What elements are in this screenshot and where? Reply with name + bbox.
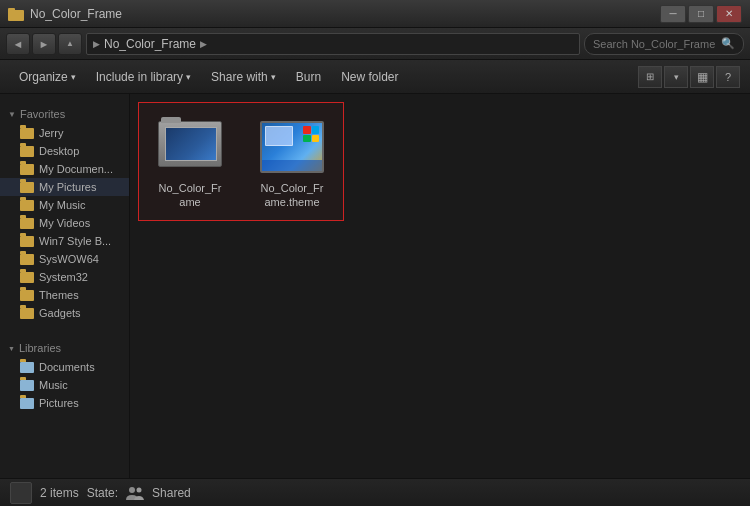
forward-button[interactable]: ► <box>32 33 56 55</box>
sidebar-item-label: My Videos <box>39 217 90 229</box>
file-area: No_Color_Frame <box>130 94 750 478</box>
videos-folder-icon <box>20 218 34 229</box>
statusbar: 2 items State: Shared <box>0 478 750 506</box>
svg-rect-1 <box>8 8 15 12</box>
main-content: ▼ Favorites Jerry Desktop My Documen... … <box>0 94 750 478</box>
burn-label: Burn <box>296 70 321 84</box>
sidebar-item-label: My Music <box>39 199 85 211</box>
nav-buttons: ◄ ► ▲ <box>6 33 82 55</box>
help-button[interactable]: ? <box>716 66 740 88</box>
share-arrow-icon: ▾ <box>271 72 276 82</box>
sidebar-item-label: Gadgets <box>39 307 81 319</box>
sidebar-item-label: My Documen... <box>39 163 113 175</box>
file-item-folder[interactable]: No_Color_Frame <box>145 109 235 214</box>
favorites-section: ▼ Favorites Jerry Desktop My Documen... … <box>0 100 129 326</box>
share-with-label: Share with <box>211 70 268 84</box>
sidebar: ▼ Favorites Jerry Desktop My Documen... … <box>0 94 130 478</box>
folder-file-icon <box>158 113 222 177</box>
view-details-button[interactable]: ⊞ <box>638 66 662 88</box>
sidebar-item-system32[interactable]: System32 <box>0 268 129 286</box>
window-controls: ─ □ ✕ <box>660 5 742 23</box>
address-arrow: ▶ <box>93 39 100 49</box>
sidebar-item-label: Pictures <box>39 397 79 409</box>
search-box[interactable]: 🔍 <box>584 33 744 55</box>
favorites-arrow-icon: ▼ <box>8 110 16 119</box>
libraries-label: Libraries <box>19 342 61 354</box>
jerry-folder-icon <box>20 128 34 139</box>
gadgets-folder-icon <box>20 308 34 319</box>
sidebar-item-label: Win7 Style B... <box>39 235 111 247</box>
sidebar-item-pictures-lib[interactable]: Pictures <box>0 394 129 412</box>
address-path: No_Color_Frame <box>104 37 196 51</box>
sidebar-item-my-documents[interactable]: My Documen... <box>0 160 129 178</box>
theme-file-icon <box>260 113 324 177</box>
sidebar-item-my-music[interactable]: My Music <box>0 196 129 214</box>
share-with-button[interactable]: Share with ▾ <box>202 64 285 90</box>
new-folder-button[interactable]: New folder <box>332 64 407 90</box>
search-input[interactable] <box>593 38 717 50</box>
desktop-folder-icon <box>20 146 34 157</box>
sidebar-item-label: Themes <box>39 289 79 301</box>
toolbar: Organize ▾ Include in library ▾ Share wi… <box>0 60 750 94</box>
address-box[interactable]: ▶ No_Color_Frame ▶ <box>86 33 580 55</box>
sidebar-item-documents[interactable]: Documents <box>0 358 129 376</box>
sidebar-item-label: Documents <box>39 361 95 373</box>
maximize-button[interactable]: □ <box>688 5 714 23</box>
sidebar-item-my-pictures[interactable]: My Pictures <box>0 178 129 196</box>
status-thumbnail <box>10 482 32 504</box>
view-tiles-button[interactable]: ▦ <box>690 66 714 88</box>
view-dropdown-button[interactable]: ▾ <box>664 66 688 88</box>
address-end-arrow: ▶ <box>200 39 207 49</box>
burn-button[interactable]: Burn <box>287 64 330 90</box>
lib-documents-icon <box>20 362 34 373</box>
up-button[interactable]: ▲ <box>58 33 82 55</box>
status-item-count: 2 items <box>40 486 79 500</box>
sidebar-item-music[interactable]: Music <box>0 376 129 394</box>
win7-folder-icon <box>20 236 34 247</box>
titlebar: No_Color_Frame ─ □ ✕ <box>0 0 750 28</box>
file-label-folder: No_Color_Frame <box>159 181 222 210</box>
sidebar-item-label: Desktop <box>39 145 79 157</box>
shared-icon <box>126 486 144 500</box>
search-icon: 🔍 <box>721 37 735 50</box>
back-button[interactable]: ◄ <box>6 33 30 55</box>
new-folder-label: New folder <box>341 70 398 84</box>
libraries-arrow-icon: ▼ <box>8 345 15 352</box>
sidebar-item-win7-style[interactable]: Win7 Style B... <box>0 232 129 250</box>
libraries-section: ▼ Libraries Documents Music Pictures <box>0 334 129 416</box>
sidebar-item-gadgets[interactable]: Gadgets <box>0 304 129 322</box>
organize-button[interactable]: Organize ▾ <box>10 64 85 90</box>
documents-folder-icon <box>20 164 34 175</box>
favorites-label: Favorites <box>20 108 65 120</box>
file-label-theme: No_Color_Frame.theme <box>261 181 324 210</box>
include-library-arrow-icon: ▾ <box>186 72 191 82</box>
titlebar-left: No_Color_Frame <box>8 7 122 21</box>
file-item-theme[interactable]: No_Color_Frame.theme <box>247 109 337 214</box>
sidebar-item-label: System32 <box>39 271 88 283</box>
addressbar: ◄ ► ▲ ▶ No_Color_Frame ▶ 🔍 <box>0 28 750 60</box>
include-library-label: Include in library <box>96 70 183 84</box>
sidebar-item-label: My Pictures <box>39 181 96 193</box>
sidebar-item-label: Jerry <box>39 127 63 139</box>
sidebar-item-themes[interactable]: Themes <box>0 286 129 304</box>
sidebar-item-syswow64[interactable]: SysWOW64 <box>0 250 129 268</box>
sidebar-item-label: SysWOW64 <box>39 253 99 265</box>
sidebar-item-desktop[interactable]: Desktop <box>0 142 129 160</box>
folder-icon <box>8 7 24 21</box>
close-button[interactable]: ✕ <box>716 5 742 23</box>
minimize-button[interactable]: ─ <box>660 5 686 23</box>
organize-label: Organize <box>19 70 68 84</box>
svg-point-2 <box>129 487 135 493</box>
sidebar-item-label: Music <box>39 379 68 391</box>
include-in-library-button[interactable]: Include in library ▾ <box>87 64 200 90</box>
libraries-header[interactable]: ▼ Libraries <box>0 338 129 358</box>
sidebar-item-jerry[interactable]: Jerry <box>0 124 129 142</box>
favorites-header[interactable]: ▼ Favorites <box>0 104 129 124</box>
svg-point-3 <box>137 487 142 492</box>
sidebar-item-my-videos[interactable]: My Videos <box>0 214 129 232</box>
syswow-folder-icon <box>20 254 34 265</box>
lib-music-icon <box>20 380 34 391</box>
selection-box: No_Color_Frame <box>138 102 344 221</box>
view-buttons: ⊞ ▾ ▦ ? <box>638 66 740 88</box>
shared-people-icon <box>126 486 144 500</box>
